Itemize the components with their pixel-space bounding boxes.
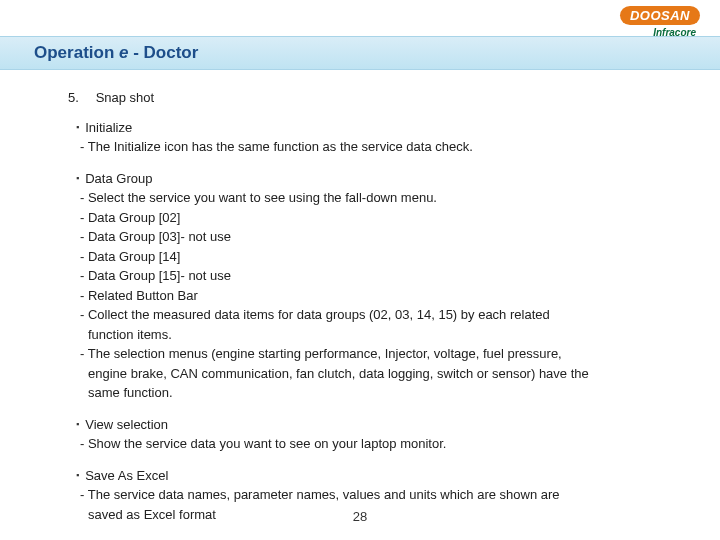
brand-logo: DOOSAN Infracore [620,6,700,38]
body-line: function items. [76,325,652,345]
body-line: - Data Group [14] [76,247,652,267]
body-line: - Data Group [03]- not use [76,227,652,247]
title-suffix: - Doctor [128,43,198,62]
body-line: same function. [76,383,652,403]
section-head: 5. Snap shot [68,88,652,108]
logo-main: DOOSAN [620,6,700,25]
block-head: Save As Excel [76,466,652,486]
body-line: - Show the service data you want to see … [76,434,652,454]
body-line: - Related Button Bar [76,286,652,306]
section-number: 5. [68,88,92,108]
title-bar: Operation e - Doctor [0,36,720,70]
block-head: View selection [76,415,652,435]
body-line: - Select the service you want to see usi… [76,188,652,208]
logo-sub: Infracore [620,27,700,38]
block-data-group: Data Group - Select the service you want… [68,169,652,403]
page-title: Operation e - Doctor [34,43,198,62]
body-line: - The service data names, parameter name… [76,485,652,505]
block-head: Initialize [76,118,652,138]
section-name: Snap shot [96,90,155,105]
block-head: Data Group [76,169,652,189]
body-line: engine brake, CAN communication, fan clu… [76,364,652,384]
body-line: - The Initialize icon has the same funct… [76,137,652,157]
block-view-selection: View selection - Show the service data y… [68,415,652,454]
body-line: - Data Group [02] [76,208,652,228]
page-number: 28 [0,509,720,524]
title-prefix: Operation [34,43,119,62]
body-line: - Collect the measured data items for da… [76,305,652,325]
body-line: - Data Group [15]- not use [76,266,652,286]
content: 5. Snap shot Initialize - The Initialize… [0,70,720,524]
body-line: - The selection menus (engine starting p… [76,344,652,364]
block-initialize: Initialize - The Initialize icon has the… [68,118,652,157]
